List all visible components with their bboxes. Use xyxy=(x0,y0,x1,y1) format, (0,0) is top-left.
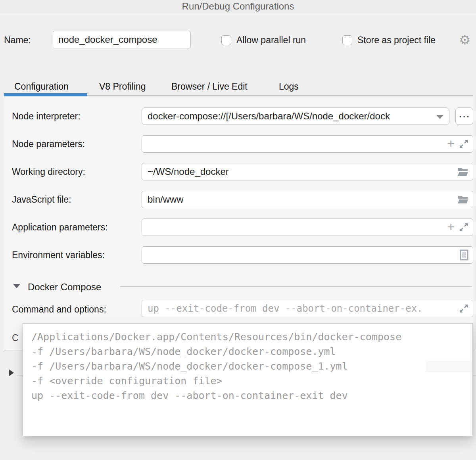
node-parameters-label: Node parameters: xyxy=(12,139,85,150)
store-as-project-file-label: Store as project file xyxy=(357,35,436,46)
application-parameters-input[interactable]: + xyxy=(142,218,473,236)
command-preview-popup: /Applications/Docker.app/Contents/Resour… xyxy=(23,323,473,436)
application-parameters-label: Application parameters: xyxy=(12,222,108,233)
node-interpreter-browse-button[interactable]: … xyxy=(455,107,473,125)
environment-variables-label: Environment variables: xyxy=(12,250,105,261)
section-divider xyxy=(120,286,472,287)
docker-compose-section-title: Docker Compose xyxy=(28,282,101,293)
dialog-title: Run/Debug Configurations xyxy=(182,1,294,12)
browse-button-label: … xyxy=(458,107,470,120)
javascript-file-value: bin/www xyxy=(148,194,184,205)
store-as-project-file-checkbox[interactable] xyxy=(342,35,352,45)
node-parameters-input[interactable]: + xyxy=(142,135,473,153)
covered-row-label-fragment: C xyxy=(12,333,19,343)
working-directory-input[interactable]: ~/WS/node_docker xyxy=(142,163,473,180)
name-input[interactable]: node_docker_compose xyxy=(53,31,191,48)
popup-overlap-shade xyxy=(426,361,472,372)
popup-line: -f /Users/barbara/WS/node_docker/docker-… xyxy=(31,344,472,359)
popup-line: -f <override configuration file> xyxy=(31,374,472,388)
dialog-title-bar: Run/Debug Configurations xyxy=(0,0,476,13)
allow-parallel-run-label: Allow parallel run xyxy=(236,35,306,46)
tab-browser-live-edit[interactable]: Browser / Live Edit xyxy=(171,81,248,92)
collapsed-section-arrow-icon[interactable] xyxy=(9,369,14,376)
node-interpreter-label: Node interpreter: xyxy=(12,111,81,122)
command-and-options-label: Command and options: xyxy=(12,304,106,315)
active-tab-indicator xyxy=(4,93,87,96)
chevron-down-icon xyxy=(436,115,443,119)
working-directory-label: Working directory: xyxy=(12,167,85,177)
expand-field-icon[interactable] xyxy=(459,222,469,232)
gear-icon[interactable]: ⚙ xyxy=(459,33,476,46)
allow-parallel-run-checkbox[interactable] xyxy=(221,35,231,45)
expand-field-icon[interactable] xyxy=(459,139,469,149)
command-and-options-input[interactable]: up --exit-code-from dev --abort-on-conta… xyxy=(142,300,473,317)
store-as-project-file-option[interactable]: Store as project file xyxy=(342,35,436,46)
environment-variables-input[interactable] xyxy=(142,246,473,264)
browse-variables-icon[interactable] xyxy=(459,249,469,261)
name-label: Name: xyxy=(4,35,31,46)
javascript-file-label: JavaScript file: xyxy=(12,194,71,205)
tab-logs[interactable]: Logs xyxy=(279,81,299,92)
name-input-value: node_docker_compose xyxy=(58,34,157,45)
popup-line: /Applications/Docker.app/Contents/Resour… xyxy=(31,330,472,344)
node-interpreter-value: docker-compose://[/Users/barbara/WS/node… xyxy=(148,111,390,122)
tab-v8-profiling[interactable]: V8 Profiling xyxy=(99,81,146,92)
add-macro-icon[interactable]: + xyxy=(447,220,455,233)
node-interpreter-select[interactable]: docker-compose://[/Users/barbara/WS/node… xyxy=(142,107,449,125)
working-directory-value: ~/WS/node_docker xyxy=(148,166,229,177)
folder-icon[interactable] xyxy=(457,167,469,177)
folder-icon[interactable] xyxy=(457,194,469,205)
javascript-file-input[interactable]: bin/www xyxy=(142,191,473,208)
add-macro-icon[interactable]: + xyxy=(447,137,455,150)
tab-configuration[interactable]: Configuration xyxy=(14,81,69,92)
docker-compose-collapse-icon[interactable] xyxy=(13,284,20,288)
command-and-options-value: up --exit-code-from dev --abort-on-conta… xyxy=(148,303,423,314)
allow-parallel-run-option[interactable]: Allow parallel run xyxy=(221,35,306,46)
popup-line: -f /Users/barbara/WS/node_docker/docker-… xyxy=(31,359,472,374)
popup-line: up --exit-code-from dev --abort-on-conta… xyxy=(31,388,472,403)
expand-field-icon[interactable] xyxy=(459,303,469,314)
